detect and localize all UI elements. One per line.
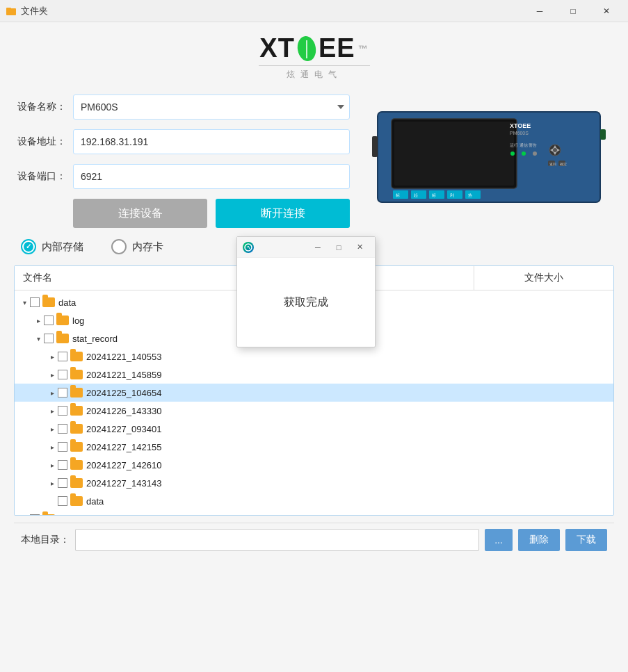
popup-window: ─ □ ✕ 获取完成	[236, 236, 376, 347]
popup-app-icon	[243, 242, 254, 253]
popup-title-left	[243, 242, 254, 253]
svg-point-35	[245, 244, 252, 251]
popup-close-button[interactable]: ✕	[350, 240, 369, 255]
popup-titlebar: ─ □ ✕	[237, 237, 375, 258]
popup-body: 获取完成	[237, 258, 375, 347]
popup-minimize-button[interactable]: ─	[308, 240, 328, 255]
popup-overlay: ─ □ ✕ 获取完成	[0, 0, 628, 672]
popup-message: 获取完成	[284, 295, 328, 310]
popup-icon-svg	[244, 243, 252, 252]
popup-maximize-button[interactable]: □	[329, 240, 348, 255]
popup-controls: ─ □ ✕	[308, 240, 369, 255]
